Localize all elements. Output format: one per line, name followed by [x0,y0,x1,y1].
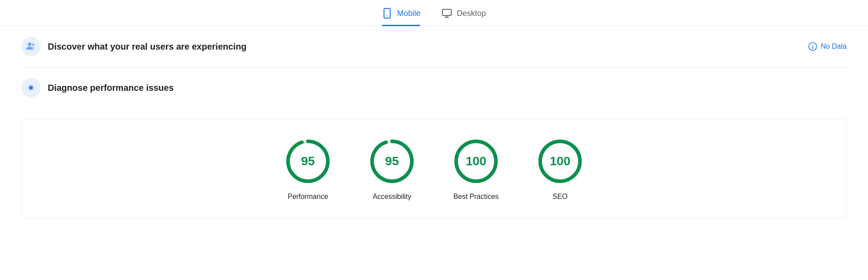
svg-rect-2 [442,9,451,16]
svg-point-6 [812,44,813,45]
mobile-icon [382,8,392,19]
desktop-icon [442,8,452,19]
no-data-label: No Data [821,43,847,51]
svg-point-3 [28,43,31,46]
real-users-header-left: Discover what your real users are experi… [21,37,246,56]
score-circle-best-practices: 100 [452,137,500,186]
score-item-accessibility[interactable]: 95 Accessibility [368,137,416,201]
performance-section-icon [21,78,41,97]
score-circle-seo: 100 [536,137,584,186]
performance-header-left: Diagnose performance issues [21,78,174,97]
score-value-performance: 95 [301,154,315,168]
scores-container: 95 Performance 95 Accessibility 100 Best… [21,119,847,219]
tab-bar: Mobile Desktop [0,0,868,26]
mobile-tab-label: Mobile [397,9,420,18]
performance-section-header: Diagnose performance issues [0,67,868,108]
desktop-tab-label: Desktop [457,9,486,18]
score-value-accessibility: 95 [385,154,399,168]
real-users-title: Discover what your real users are experi… [48,42,246,52]
score-value-best-practices: 100 [466,154,487,168]
svg-point-4 [32,43,35,46]
svg-point-1 [387,16,388,16]
score-label-seo: SEO [553,193,568,201]
score-circle-accessibility: 95 [368,137,416,186]
score-value-seo: 100 [550,154,571,168]
info-icon [808,42,817,51]
svg-rect-0 [384,8,390,18]
tab-desktop[interactable]: Desktop [442,8,486,26]
performance-section-title: Diagnose performance issues [48,83,174,93]
no-data-link[interactable]: No Data [808,42,847,51]
score-item-performance[interactable]: 95 Performance [284,137,332,201]
real-users-section: Discover what your real users are experi… [0,26,868,67]
score-item-best-practices[interactable]: 100 Best Practices [452,137,500,201]
score-item-seo[interactable]: 100 SEO [536,137,584,201]
score-label-performance: Performance [288,193,328,201]
score-label-accessibility: Accessibility [373,193,411,201]
score-circle-performance: 95 [284,137,332,186]
tab-mobile[interactable]: Mobile [382,8,420,26]
users-icon [21,37,41,56]
score-label-best-practices: Best Practices [453,193,499,201]
svg-point-9 [30,86,32,89]
